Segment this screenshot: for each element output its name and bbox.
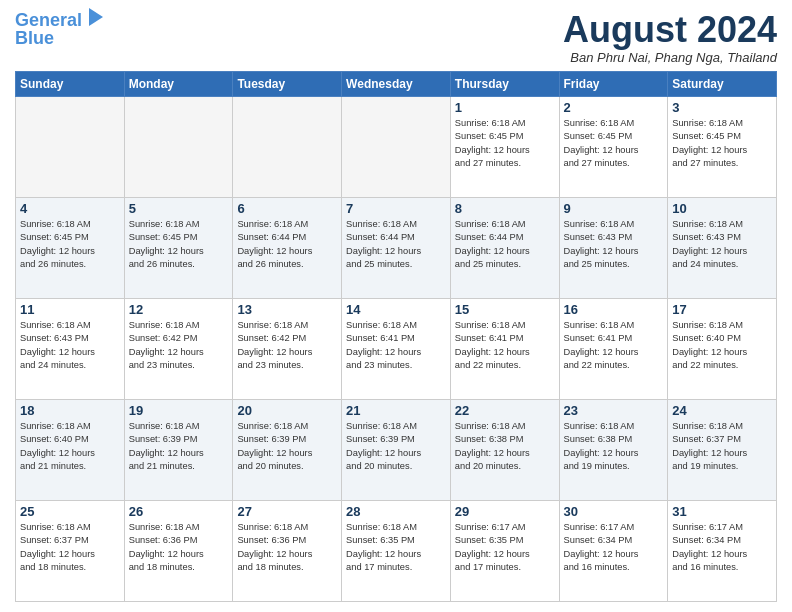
- day-number: 2: [564, 100, 664, 115]
- day-number: 31: [672, 504, 772, 519]
- calendar-day-cell: 14Sunrise: 6:18 AM Sunset: 6:41 PM Dayli…: [342, 298, 451, 399]
- day-info: Sunrise: 6:18 AM Sunset: 6:40 PM Dayligh…: [672, 319, 772, 373]
- day-info: Sunrise: 6:18 AM Sunset: 6:45 PM Dayligh…: [455, 117, 555, 171]
- day-number: 13: [237, 302, 337, 317]
- day-info: Sunrise: 6:18 AM Sunset: 6:44 PM Dayligh…: [237, 218, 337, 272]
- day-number: 29: [455, 504, 555, 519]
- day-info: Sunrise: 6:18 AM Sunset: 6:45 PM Dayligh…: [672, 117, 772, 171]
- calendar-day-cell: 12Sunrise: 6:18 AM Sunset: 6:42 PM Dayli…: [124, 298, 233, 399]
- day-number: 14: [346, 302, 446, 317]
- calendar-day-cell: [342, 96, 451, 197]
- calendar-day-cell: 25Sunrise: 6:18 AM Sunset: 6:37 PM Dayli…: [16, 500, 125, 601]
- calendar-day-cell: 8Sunrise: 6:18 AM Sunset: 6:44 PM Daylig…: [450, 197, 559, 298]
- day-info: Sunrise: 6:18 AM Sunset: 6:37 PM Dayligh…: [672, 420, 772, 474]
- calendar-day-cell: 13Sunrise: 6:18 AM Sunset: 6:42 PM Dayli…: [233, 298, 342, 399]
- calendar-day-cell: 15Sunrise: 6:18 AM Sunset: 6:41 PM Dayli…: [450, 298, 559, 399]
- calendar-week-row: 1Sunrise: 6:18 AM Sunset: 6:45 PM Daylig…: [16, 96, 777, 197]
- day-info: Sunrise: 6:18 AM Sunset: 6:44 PM Dayligh…: [346, 218, 446, 272]
- calendar-day-cell: 31Sunrise: 6:17 AM Sunset: 6:34 PM Dayli…: [668, 500, 777, 601]
- calendar-table: SundayMondayTuesdayWednesdayThursdayFrid…: [15, 71, 777, 602]
- calendar-day-cell: 7Sunrise: 6:18 AM Sunset: 6:44 PM Daylig…: [342, 197, 451, 298]
- day-info: Sunrise: 6:18 AM Sunset: 6:41 PM Dayligh…: [346, 319, 446, 373]
- day-info: Sunrise: 6:18 AM Sunset: 6:38 PM Dayligh…: [455, 420, 555, 474]
- day-number: 1: [455, 100, 555, 115]
- calendar-day-cell: 23Sunrise: 6:18 AM Sunset: 6:38 PM Dayli…: [559, 399, 668, 500]
- day-info: Sunrise: 6:18 AM Sunset: 6:39 PM Dayligh…: [346, 420, 446, 474]
- day-number: 23: [564, 403, 664, 418]
- calendar-day-cell: 16Sunrise: 6:18 AM Sunset: 6:41 PM Dayli…: [559, 298, 668, 399]
- day-number: 19: [129, 403, 229, 418]
- day-number: 28: [346, 504, 446, 519]
- day-info: Sunrise: 6:18 AM Sunset: 6:37 PM Dayligh…: [20, 521, 120, 575]
- day-header-thursday: Thursday: [450, 71, 559, 96]
- calendar-day-cell: 11Sunrise: 6:18 AM Sunset: 6:43 PM Dayli…: [16, 298, 125, 399]
- calendar-header-row: SundayMondayTuesdayWednesdayThursdayFrid…: [16, 71, 777, 96]
- calendar-day-cell: 27Sunrise: 6:18 AM Sunset: 6:36 PM Dayli…: [233, 500, 342, 601]
- day-info: Sunrise: 6:18 AM Sunset: 6:36 PM Dayligh…: [129, 521, 229, 575]
- day-info: Sunrise: 6:18 AM Sunset: 6:43 PM Dayligh…: [672, 218, 772, 272]
- day-number: 8: [455, 201, 555, 216]
- day-number: 10: [672, 201, 772, 216]
- calendar-day-cell: 29Sunrise: 6:17 AM Sunset: 6:35 PM Dayli…: [450, 500, 559, 601]
- calendar-day-cell: 17Sunrise: 6:18 AM Sunset: 6:40 PM Dayli…: [668, 298, 777, 399]
- logo-icon: [89, 8, 103, 26]
- day-info: Sunrise: 6:18 AM Sunset: 6:45 PM Dayligh…: [564, 117, 664, 171]
- calendar-day-cell: 28Sunrise: 6:18 AM Sunset: 6:35 PM Dayli…: [342, 500, 451, 601]
- day-info: Sunrise: 6:17 AM Sunset: 6:34 PM Dayligh…: [564, 521, 664, 575]
- calendar-day-cell: 6Sunrise: 6:18 AM Sunset: 6:44 PM Daylig…: [233, 197, 342, 298]
- page-header: General Blue August 2024 Ban Phru Nai, P…: [15, 10, 777, 65]
- calendar-day-cell: 1Sunrise: 6:18 AM Sunset: 6:45 PM Daylig…: [450, 96, 559, 197]
- day-number: 21: [346, 403, 446, 418]
- day-number: 11: [20, 302, 120, 317]
- day-number: 25: [20, 504, 120, 519]
- calendar-day-cell: 3Sunrise: 6:18 AM Sunset: 6:45 PM Daylig…: [668, 96, 777, 197]
- calendar-day-cell: [124, 96, 233, 197]
- day-number: 27: [237, 504, 337, 519]
- title-block: August 2024 Ban Phru Nai, Phang Nga, Tha…: [563, 10, 777, 65]
- logo-blue: Blue: [15, 29, 103, 47]
- day-header-saturday: Saturday: [668, 71, 777, 96]
- day-info: Sunrise: 6:18 AM Sunset: 6:40 PM Dayligh…: [20, 420, 120, 474]
- day-info: Sunrise: 6:18 AM Sunset: 6:45 PM Dayligh…: [129, 218, 229, 272]
- location-subtitle: Ban Phru Nai, Phang Nga, Thailand: [563, 50, 777, 65]
- day-info: Sunrise: 6:18 AM Sunset: 6:38 PM Dayligh…: [564, 420, 664, 474]
- day-info: Sunrise: 6:18 AM Sunset: 6:45 PM Dayligh…: [20, 218, 120, 272]
- calendar-day-cell: [16, 96, 125, 197]
- calendar-day-cell: 21Sunrise: 6:18 AM Sunset: 6:39 PM Dayli…: [342, 399, 451, 500]
- day-header-wednesday: Wednesday: [342, 71, 451, 96]
- calendar-day-cell: [233, 96, 342, 197]
- day-number: 16: [564, 302, 664, 317]
- day-info: Sunrise: 6:17 AM Sunset: 6:35 PM Dayligh…: [455, 521, 555, 575]
- month-title: August 2024: [563, 10, 777, 50]
- calendar-day-cell: 22Sunrise: 6:18 AM Sunset: 6:38 PM Dayli…: [450, 399, 559, 500]
- day-number: 18: [20, 403, 120, 418]
- day-info: Sunrise: 6:18 AM Sunset: 6:41 PM Dayligh…: [455, 319, 555, 373]
- day-number: 24: [672, 403, 772, 418]
- day-number: 30: [564, 504, 664, 519]
- calendar-week-row: 25Sunrise: 6:18 AM Sunset: 6:37 PM Dayli…: [16, 500, 777, 601]
- calendar-day-cell: 2Sunrise: 6:18 AM Sunset: 6:45 PM Daylig…: [559, 96, 668, 197]
- calendar-day-cell: 24Sunrise: 6:18 AM Sunset: 6:37 PM Dayli…: [668, 399, 777, 500]
- day-number: 3: [672, 100, 772, 115]
- day-header-tuesday: Tuesday: [233, 71, 342, 96]
- day-number: 26: [129, 504, 229, 519]
- day-info: Sunrise: 6:18 AM Sunset: 6:41 PM Dayligh…: [564, 319, 664, 373]
- calendar-day-cell: 10Sunrise: 6:18 AM Sunset: 6:43 PM Dayli…: [668, 197, 777, 298]
- day-info: Sunrise: 6:18 AM Sunset: 6:36 PM Dayligh…: [237, 521, 337, 575]
- calendar-day-cell: 26Sunrise: 6:18 AM Sunset: 6:36 PM Dayli…: [124, 500, 233, 601]
- day-info: Sunrise: 6:18 AM Sunset: 6:42 PM Dayligh…: [237, 319, 337, 373]
- day-info: Sunrise: 6:18 AM Sunset: 6:43 PM Dayligh…: [564, 218, 664, 272]
- day-info: Sunrise: 6:18 AM Sunset: 6:42 PM Dayligh…: [129, 319, 229, 373]
- calendar-day-cell: 5Sunrise: 6:18 AM Sunset: 6:45 PM Daylig…: [124, 197, 233, 298]
- day-number: 7: [346, 201, 446, 216]
- day-info: Sunrise: 6:18 AM Sunset: 6:35 PM Dayligh…: [346, 521, 446, 575]
- day-number: 6: [237, 201, 337, 216]
- day-info: Sunrise: 6:17 AM Sunset: 6:34 PM Dayligh…: [672, 521, 772, 575]
- day-info: Sunrise: 6:18 AM Sunset: 6:39 PM Dayligh…: [237, 420, 337, 474]
- day-info: Sunrise: 6:18 AM Sunset: 6:43 PM Dayligh…: [20, 319, 120, 373]
- logo: General Blue: [15, 10, 103, 47]
- calendar-day-cell: 18Sunrise: 6:18 AM Sunset: 6:40 PM Dayli…: [16, 399, 125, 500]
- day-number: 15: [455, 302, 555, 317]
- day-info: Sunrise: 6:18 AM Sunset: 6:44 PM Dayligh…: [455, 218, 555, 272]
- calendar-day-cell: 4Sunrise: 6:18 AM Sunset: 6:45 PM Daylig…: [16, 197, 125, 298]
